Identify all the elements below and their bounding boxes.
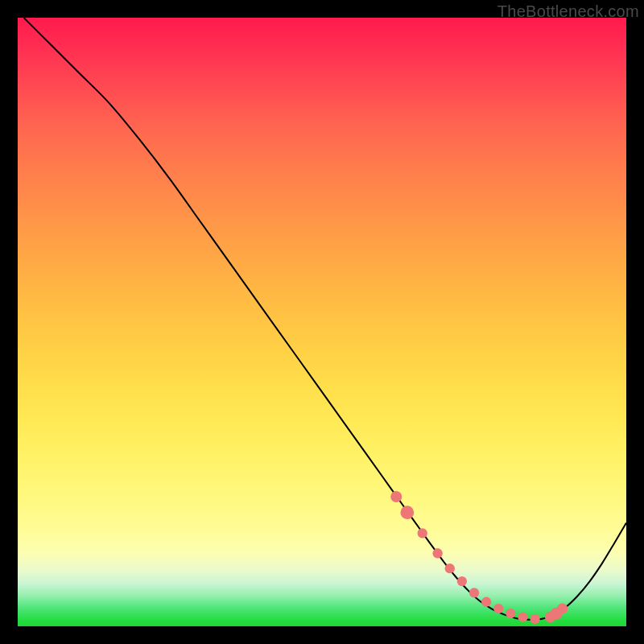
chart-svg xyxy=(18,18,626,626)
curve-dot xyxy=(432,548,442,558)
curve-dot xyxy=(390,491,402,502)
curve-dot xyxy=(418,528,427,538)
curve-dot xyxy=(445,564,455,573)
chart-plot-area xyxy=(18,18,626,626)
watermark-text: TheBottleneck.com xyxy=(497,2,639,21)
curve-dot xyxy=(481,597,491,607)
curve-dot xyxy=(518,613,527,622)
curve-dot xyxy=(530,614,539,624)
curve-dot xyxy=(557,603,568,613)
bottleneck-curve xyxy=(24,18,626,620)
curve-dots xyxy=(390,491,568,624)
curve-dot xyxy=(506,609,515,618)
curve-dot xyxy=(457,576,467,586)
curve-dot xyxy=(400,506,414,519)
curve-dot xyxy=(469,588,479,597)
curve-dot xyxy=(493,604,503,613)
